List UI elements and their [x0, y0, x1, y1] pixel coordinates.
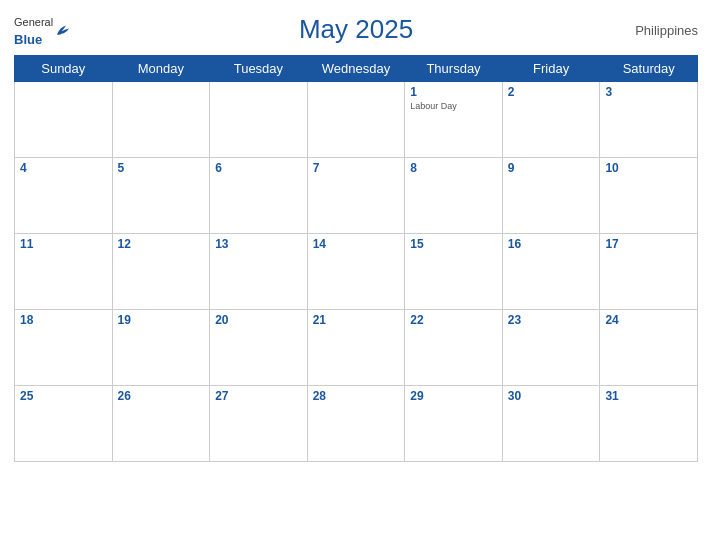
day-number: 29	[410, 389, 497, 403]
day-cell-3-4: 22	[405, 310, 503, 386]
day-number: 24	[605, 313, 692, 327]
week-row-4: 18192021222324	[15, 310, 698, 386]
holiday-label: Labour Day	[410, 101, 497, 111]
day-cell-1-5: 9	[502, 158, 600, 234]
day-cell-4-0: 25	[15, 386, 113, 462]
country-label: Philippines	[635, 22, 698, 37]
header-tuesday: Tuesday	[210, 56, 308, 82]
day-cell-4-2: 27	[210, 386, 308, 462]
header-thursday: Thursday	[405, 56, 503, 82]
day-cell-4-6: 31	[600, 386, 698, 462]
day-cell-3-6: 24	[600, 310, 698, 386]
day-number: 19	[118, 313, 205, 327]
week-row-3: 11121314151617	[15, 234, 698, 310]
header-wednesday: Wednesday	[307, 56, 405, 82]
generalblue-logo: General Blue	[14, 12, 71, 48]
day-cell-3-3: 21	[307, 310, 405, 386]
day-cell-2-0: 11	[15, 234, 113, 310]
day-cell-3-5: 23	[502, 310, 600, 386]
calendar-body: 1Labour Day23456789101112131415161718192…	[15, 82, 698, 462]
day-number: 31	[605, 389, 692, 403]
day-number: 13	[215, 237, 302, 251]
day-cell-0-6: 3	[600, 82, 698, 158]
day-cell-1-1: 5	[112, 158, 210, 234]
day-cell-1-2: 6	[210, 158, 308, 234]
day-cell-2-3: 14	[307, 234, 405, 310]
day-cell-2-5: 16	[502, 234, 600, 310]
week-row-2: 45678910	[15, 158, 698, 234]
day-number: 18	[20, 313, 107, 327]
day-number: 21	[313, 313, 400, 327]
day-number: 10	[605, 161, 692, 175]
day-cell-3-1: 19	[112, 310, 210, 386]
day-cell-2-1: 12	[112, 234, 210, 310]
day-number: 12	[118, 237, 205, 251]
logo-blue-text: Blue	[14, 32, 42, 47]
day-number: 1	[410, 85, 497, 99]
day-number: 15	[410, 237, 497, 251]
day-cell-4-5: 30	[502, 386, 600, 462]
day-cell-0-0	[15, 82, 113, 158]
day-number: 25	[20, 389, 107, 403]
day-number: 6	[215, 161, 302, 175]
calendar-title: May 2025	[299, 14, 413, 45]
day-number: 9	[508, 161, 595, 175]
day-number: 3	[605, 85, 692, 99]
day-number: 16	[508, 237, 595, 251]
header-monday: Monday	[112, 56, 210, 82]
day-number: 28	[313, 389, 400, 403]
header-friday: Friday	[502, 56, 600, 82]
day-number: 26	[118, 389, 205, 403]
logo-bird-icon	[55, 24, 71, 36]
logo-general-text: General	[14, 16, 53, 28]
day-cell-0-1	[112, 82, 210, 158]
day-cell-1-6: 10	[600, 158, 698, 234]
day-number: 4	[20, 161, 107, 175]
calendar-table: Sunday Monday Tuesday Wednesday Thursday…	[14, 55, 698, 462]
day-cell-2-4: 15	[405, 234, 503, 310]
day-number: 22	[410, 313, 497, 327]
header-sunday: Sunday	[15, 56, 113, 82]
day-cell-0-3	[307, 82, 405, 158]
calendar-header: General Blue May 2025 Philippines	[14, 10, 698, 49]
week-row-5: 25262728293031	[15, 386, 698, 462]
day-cell-1-3: 7	[307, 158, 405, 234]
day-number: 11	[20, 237, 107, 251]
day-cell-4-3: 28	[307, 386, 405, 462]
weekday-header-row: Sunday Monday Tuesday Wednesday Thursday…	[15, 56, 698, 82]
calendar-container: General Blue May 2025 Philippines Sunday…	[0, 0, 712, 550]
day-number: 27	[215, 389, 302, 403]
day-cell-3-0: 18	[15, 310, 113, 386]
day-number: 30	[508, 389, 595, 403]
day-number: 14	[313, 237, 400, 251]
day-number: 20	[215, 313, 302, 327]
day-cell-1-4: 8	[405, 158, 503, 234]
day-number: 23	[508, 313, 595, 327]
week-row-1: 1Labour Day23	[15, 82, 698, 158]
day-number: 5	[118, 161, 205, 175]
day-number: 17	[605, 237, 692, 251]
day-number: 7	[313, 161, 400, 175]
day-cell-1-0: 4	[15, 158, 113, 234]
day-cell-0-2	[210, 82, 308, 158]
day-cell-2-6: 17	[600, 234, 698, 310]
day-cell-2-2: 13	[210, 234, 308, 310]
day-cell-4-4: 29	[405, 386, 503, 462]
day-cell-0-4: 1Labour Day	[405, 82, 503, 158]
day-number: 8	[410, 161, 497, 175]
day-cell-0-5: 2	[502, 82, 600, 158]
header-saturday: Saturday	[600, 56, 698, 82]
day-number: 2	[508, 85, 595, 99]
day-cell-4-1: 26	[112, 386, 210, 462]
day-cell-3-2: 20	[210, 310, 308, 386]
